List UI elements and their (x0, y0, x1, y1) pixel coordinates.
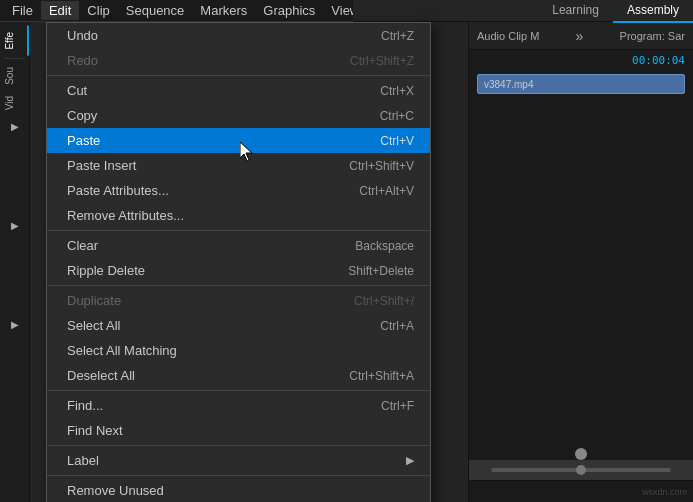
remove-attributes-label: Remove Attributes... (67, 208, 184, 223)
cut-shortcut: Ctrl+X (380, 84, 414, 98)
undo-shortcut: Ctrl+Z (381, 29, 414, 43)
track-filename: v3847.mp4 (484, 79, 533, 90)
find-next-label: Find Next (67, 423, 123, 438)
menu-item-remove-unused[interactable]: Remove Unused (47, 478, 430, 502)
clear-label: Clear (67, 238, 98, 253)
remove-unused-label: Remove Unused (67, 483, 164, 498)
menu-sequence[interactable]: Sequence (118, 1, 193, 20)
program-label: Program: Sar (620, 30, 685, 42)
undo-label: Undo (67, 28, 98, 43)
menu-item-undo[interactable]: Undo Ctrl+Z (47, 23, 430, 48)
menu-item-select-all-matching[interactable]: Select All Matching (47, 338, 430, 363)
paste-attributes-label: Paste Attributes... (67, 183, 169, 198)
label-label: Label (67, 453, 99, 468)
separator-1 (47, 75, 430, 76)
audio-clip-label: Audio Clip M (477, 30, 539, 42)
separator-6 (47, 475, 430, 476)
tab-learning[interactable]: Learning (538, 0, 613, 23)
menu-item-remove-attributes[interactable]: Remove Attributes... (47, 203, 430, 228)
track-item[interactable]: v3847.mp4 (477, 74, 685, 94)
select-all-label: Select All (67, 318, 120, 333)
scroll-thumb[interactable] (576, 465, 586, 475)
menu-item-copy[interactable]: Copy Ctrl+C (47, 103, 430, 128)
separator-2 (47, 230, 430, 231)
ripple-delete-label: Ripple Delete (67, 263, 145, 278)
select-all-shortcut: Ctrl+A (380, 319, 414, 333)
copy-label: Copy (67, 108, 97, 123)
watermark: wsxdn.com (642, 487, 687, 497)
tab-assembly[interactable]: Assembly (613, 0, 693, 23)
panel-arrows[interactable]: » (576, 28, 584, 44)
paste-insert-label: Paste Insert (67, 158, 136, 173)
sidebar-expand-3[interactable]: ▶ (0, 315, 29, 334)
right-panel: Audio Clip M » Program: Sar 00:00:04 v38… (468, 22, 693, 502)
menu-item-label[interactable]: Label ▶ (47, 448, 430, 473)
menu-item-redo[interactable]: Redo Ctrl+Shift+Z (47, 48, 430, 73)
menu-item-cut[interactable]: Cut Ctrl+X (47, 78, 430, 103)
paste-shortcut: Ctrl+V (380, 134, 414, 148)
menu-item-ripple-delete[interactable]: Ripple Delete Shift+Delete (47, 258, 430, 283)
menu-clip[interactable]: Clip (79, 1, 117, 20)
sidebar-expand-2[interactable]: ▶ (0, 216, 29, 235)
menu-item-find[interactable]: Find... Ctrl+F (47, 393, 430, 418)
separator-4 (47, 390, 430, 391)
label-arrow-icon: ▶ (406, 454, 414, 467)
menu-edit[interactable]: Edit (41, 1, 79, 20)
find-shortcut: Ctrl+F (381, 399, 414, 413)
redo-shortcut: Ctrl+Shift+Z (350, 54, 414, 68)
paste-attributes-shortcut: Ctrl+Alt+V (359, 184, 414, 198)
edit-dropdown-menu[interactable]: Undo Ctrl+Z Redo Ctrl+Shift+Z Cut Ctrl+X… (46, 22, 431, 502)
copy-shortcut: Ctrl+C (380, 109, 414, 123)
menu-item-paste[interactable]: Paste Ctrl+V (47, 128, 430, 153)
redo-label: Redo (67, 53, 98, 68)
paste-label: Paste (67, 133, 100, 148)
menu-item-duplicate[interactable]: Duplicate Ctrl+Shift+/ (47, 288, 430, 313)
sidebar-expand-1[interactable]: ▶ (0, 117, 29, 136)
menu-item-deselect-all[interactable]: Deselect All Ctrl+Shift+A (47, 363, 430, 388)
duplicate-shortcut: Ctrl+Shift+/ (354, 294, 414, 308)
playhead[interactable] (575, 448, 587, 460)
menu-item-select-all[interactable]: Select All Ctrl+A (47, 313, 430, 338)
separator-3 (47, 285, 430, 286)
menu-item-paste-attributes[interactable]: Paste Attributes... Ctrl+Alt+V (47, 178, 430, 203)
duplicate-label: Duplicate (67, 293, 121, 308)
video-tab[interactable]: Vid (0, 90, 29, 116)
effects-tab[interactable]: Effe (0, 26, 29, 56)
top-tabbar: Learning Assembly (353, 0, 693, 22)
clear-shortcut: Backspace (355, 239, 414, 253)
deselect-all-shortcut: Ctrl+Shift+A (349, 369, 414, 383)
separator-5 (47, 445, 430, 446)
menu-markers[interactable]: Markers (192, 1, 255, 20)
menu-graphics[interactable]: Graphics (255, 1, 323, 20)
cut-label: Cut (67, 83, 87, 98)
menu-item-find-next[interactable]: Find Next (47, 418, 430, 443)
timecode: 00:00:04 (632, 54, 685, 67)
paste-insert-shortcut: Ctrl+Shift+V (349, 159, 414, 173)
left-sidebar: Effe Sou Vid ▶ ▶ ▶ (0, 22, 30, 502)
menu-item-clear[interactable]: Clear Backspace (47, 233, 430, 258)
find-label: Find... (67, 398, 103, 413)
menu-item-paste-insert[interactable]: Paste Insert Ctrl+Shift+V (47, 153, 430, 178)
deselect-all-label: Deselect All (67, 368, 135, 383)
menu-file[interactable]: File (4, 1, 41, 20)
ripple-delete-shortcut: Shift+Delete (348, 264, 414, 278)
source-tab[interactable]: Sou (0, 61, 29, 91)
select-all-matching-label: Select All Matching (67, 343, 177, 358)
